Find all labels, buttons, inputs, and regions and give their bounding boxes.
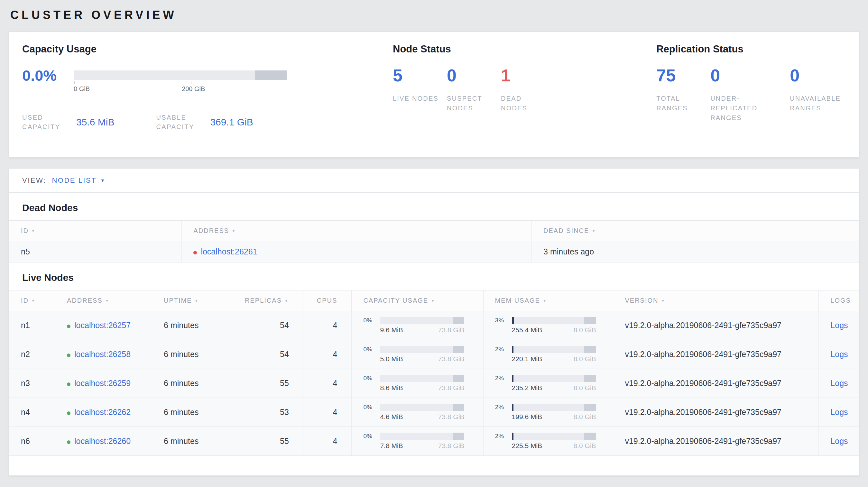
live-col-cpus[interactable]: CPUS xyxy=(303,290,351,311)
under-replicated-ranges-stat: 0 UNDER-REPLICATED RANGES xyxy=(710,67,790,123)
mem-mini-bar xyxy=(512,317,596,324)
node-id-cell: n4 xyxy=(9,398,55,427)
live-status-icon xyxy=(67,325,70,328)
replicas-cell: 55 xyxy=(224,369,303,398)
live-col-logs: LOGS xyxy=(819,290,859,311)
capacity-usage-chart: 0 GiB 200 GiB xyxy=(74,67,287,97)
node-address-link[interactable]: localhost:26259 xyxy=(74,379,131,388)
dead-col-id[interactable]: ID▼ xyxy=(9,221,182,241)
capacity-bar-cap xyxy=(453,346,465,353)
logs-link[interactable]: Logs xyxy=(830,379,848,388)
live-col-version[interactable]: VERSION▼ xyxy=(613,290,819,311)
logs-cell: Logs xyxy=(819,398,859,427)
node-address-cell: localhost:26257 xyxy=(55,311,152,340)
capacity-used-value: 8.6 MiB xyxy=(380,384,403,392)
mem-used-value: 220.1 MiB xyxy=(512,355,542,363)
live-status-icon xyxy=(67,383,70,386)
dead-nodes-label: DEAD NODES xyxy=(501,94,549,113)
table-row: n2 localhost:26258 6 minutes 54 4 0% xyxy=(9,340,859,369)
cluster-summary-card: Capacity Usage 0.0% 0 GiB 200 GiB U xyxy=(9,32,859,158)
live-col-address[interactable]: ADDRESS▼ xyxy=(55,290,152,311)
mem-percent-label: 2% xyxy=(495,346,512,353)
mem-used-fill xyxy=(512,346,514,353)
sort-desc-icon: ▼ xyxy=(231,229,236,233)
dead-col-dead-since[interactable]: DEAD SINCE▼ xyxy=(532,221,859,241)
table-row: n1 localhost:26257 6 minutes 54 4 0% xyxy=(9,311,859,340)
capacity-mini-bar xyxy=(380,375,464,382)
axis-label-200: 200 GiB xyxy=(182,85,205,93)
node-list-card: VIEW: NODE LIST ▼ Dead Nodes ID▼ ADDRESS… xyxy=(9,168,859,476)
chevron-down-icon: ▼ xyxy=(100,178,105,183)
used-capacity-value: 35.6 MiB xyxy=(76,117,114,128)
node-id-cell: n3 xyxy=(9,369,55,398)
capacity-usage-title: Capacity Usage xyxy=(22,43,393,55)
capacity-percent-label: 0% xyxy=(363,404,380,411)
node-id-cell: n6 xyxy=(9,427,55,456)
mem-percent-label: 2% xyxy=(495,404,512,411)
node-id-cell: n1 xyxy=(9,311,55,340)
live-col-capacity-usage[interactable]: CAPACITY USAGE▼ xyxy=(352,290,483,311)
capacity-usage-cell: 0% 5.0 MiB 73.8 GiB xyxy=(352,340,483,369)
live-nodes-label: LIVE NODES xyxy=(393,94,441,103)
dead-col-address[interactable]: ADDRESS▼ xyxy=(182,221,532,241)
capacity-percent-label: 0% xyxy=(363,375,380,382)
node-address-cell: localhost:26261 xyxy=(182,241,532,262)
sort-desc-icon: ▼ xyxy=(661,298,665,303)
cluster-overview-page: CLUSTER OVERVIEW Capacity Usage 0.0% 0 G… xyxy=(0,0,868,476)
mem-mini-bar xyxy=(512,433,596,440)
logs-link[interactable]: Logs xyxy=(830,350,848,359)
under-replicated-ranges-label: UNDER-REPLICATED RANGES xyxy=(710,94,776,123)
replicas-cell: 55 xyxy=(224,427,303,456)
mem-used-value: 255.4 MiB xyxy=(512,326,542,334)
capacity-mini-bar xyxy=(380,317,464,324)
live-col-uptime[interactable]: UPTIME▼ xyxy=(152,290,224,311)
mem-used-value: 225.5 MiB xyxy=(512,442,542,450)
mem-mini-bar xyxy=(512,346,596,353)
mem-total-value: 8.0 GiB xyxy=(574,326,596,334)
axis-label-0: 0 GiB xyxy=(74,85,90,93)
node-address-link[interactable]: localhost:26261 xyxy=(201,247,257,256)
node-address-link[interactable]: localhost:26257 xyxy=(74,321,131,330)
logs-cell: Logs xyxy=(819,311,859,340)
sort-desc-icon: ▼ xyxy=(284,298,289,303)
capacity-total-value: 73.8 GiB xyxy=(438,442,465,450)
node-address-link[interactable]: localhost:26262 xyxy=(74,408,131,417)
cpus-cell: 4 xyxy=(303,311,351,340)
capacity-bar-cap xyxy=(453,317,465,324)
uptime-cell: 6 minutes xyxy=(152,427,224,456)
sort-desc-icon: ▼ xyxy=(543,298,547,303)
mem-bar-cap xyxy=(584,375,596,382)
live-col-mem-usage[interactable]: MEM USAGE▼ xyxy=(483,290,613,311)
capacity-percent-label: 0% xyxy=(363,317,380,324)
capacity-total-value: 73.8 GiB xyxy=(438,384,465,392)
sort-desc-icon: ▼ xyxy=(31,229,36,233)
node-address-link[interactable]: localhost:26258 xyxy=(74,350,131,359)
mem-total-value: 8.0 GiB xyxy=(574,442,596,450)
live-col-id[interactable]: ID▼ xyxy=(9,290,55,311)
capacity-usage-cell: 0% 8.6 MiB 73.8 GiB xyxy=(352,369,483,398)
capacity-used-value: 5.0 MiB xyxy=(380,355,403,363)
capacity-bar-cap xyxy=(453,404,465,411)
node-address-link[interactable]: localhost:26260 xyxy=(74,436,131,446)
view-selected-value: NODE LIST xyxy=(52,176,96,185)
logs-link[interactable]: Logs xyxy=(830,436,848,446)
table-row: n6 localhost:26260 6 minutes 55 4 0% xyxy=(9,427,859,456)
live-col-replicas[interactable]: REPLICAS▼ xyxy=(224,290,303,311)
version-cell: v19.2.0-alpha.20190606-2491-gfe735c9a97 xyxy=(613,311,819,340)
logs-link[interactable]: Logs xyxy=(830,408,848,417)
unavailable-ranges-label: UNAVAILABLE RANGES xyxy=(790,94,838,113)
capacity-total-value: 73.8 GiB xyxy=(438,413,465,421)
logs-link[interactable]: Logs xyxy=(830,321,848,330)
view-selector[interactable]: NODE LIST ▼ xyxy=(52,176,105,185)
mem-bar-cap xyxy=(584,346,596,353)
live-status-icon xyxy=(67,441,70,444)
table-row: n4 localhost:26262 6 minutes 53 4 0% xyxy=(9,398,859,427)
mem-usage-cell: 2% 220.1 MiB 8.0 GiB xyxy=(483,340,613,369)
unavailable-ranges-stat: 0 UNAVAILABLE RANGES xyxy=(790,67,844,123)
version-cell: v19.2.0-alpha.20190606-2491-gfe735c9a97 xyxy=(613,398,819,427)
mem-usage-cell: 2% 225.5 MiB 8.0 GiB xyxy=(483,427,613,456)
capacity-usage-cell: 0% 9.6 MiB 73.8 GiB xyxy=(352,311,483,340)
view-bar: VIEW: NODE LIST ▼ xyxy=(9,168,859,193)
live-status-icon xyxy=(67,354,70,357)
dead-nodes-title: Dead Nodes xyxy=(9,193,859,220)
